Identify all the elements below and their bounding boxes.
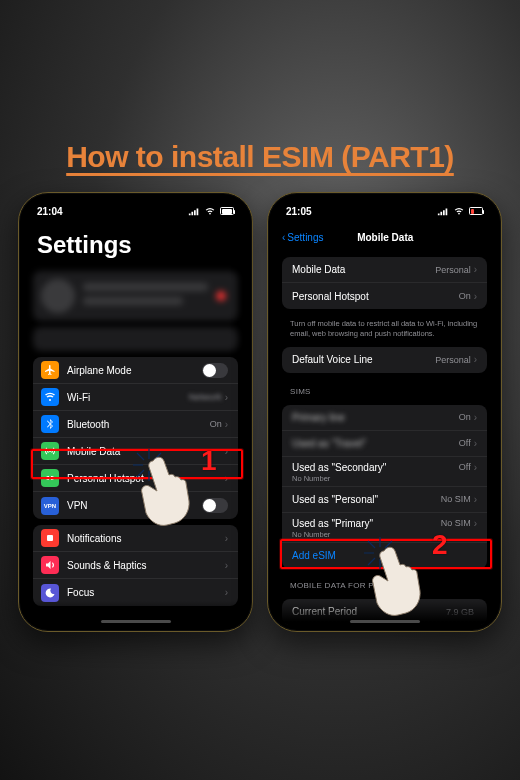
row-airplane-mode[interactable]: Airplane Mode: [33, 357, 238, 384]
row-sim-primary[interactable]: Used as "Primary" No SIM › No Number: [282, 513, 487, 543]
wifi-value: Network: [189, 392, 222, 402]
focus-icon: [41, 584, 59, 602]
status-time: 21:04: [37, 206, 63, 217]
chevron-icon: ›: [225, 473, 228, 484]
default-voice-label: Default Voice Line: [292, 354, 435, 365]
status-icons: [188, 206, 234, 216]
row-mobile-data[interactable]: Mobile Data Personal ›: [282, 257, 487, 283]
vpn-icon: VPN: [41, 497, 59, 515]
row-focus[interactable]: Focus ›: [33, 579, 238, 606]
row-default-voice[interactable]: Default Voice Line Personal ›: [282, 347, 487, 373]
airplane-icon: [41, 361, 59, 379]
sounds-label: Sounds & Haptics: [67, 560, 225, 571]
chevron-icon: ›: [225, 533, 228, 544]
sim3-value: No SIM: [441, 494, 471, 504]
home-indicator: [350, 620, 420, 623]
wifi-row-icon: [41, 388, 59, 406]
nav-title: Mobile Data: [283, 232, 487, 243]
row-sounds[interactable]: Sounds & Haptics ›: [33, 552, 238, 579]
sim2-label: Used as "Secondary": [292, 462, 459, 473]
notch: [91, 197, 181, 213]
screen-2: 21:05 ‹ Settings Mobile Data Mobile Data…: [272, 197, 497, 627]
phone-frame-1: 21:04 Settings Airplane Mode: [18, 192, 253, 632]
sims-header: SIMs: [272, 379, 497, 399]
signal-icon: [188, 206, 200, 216]
sim4-sub: No Number: [292, 530, 330, 539]
alerts-section: Notifications › Sounds & Haptics › Focus…: [33, 525, 238, 606]
chevron-icon: ›: [474, 354, 477, 365]
row-wifi[interactable]: Wi-Fi Network ›: [33, 384, 238, 411]
battery-icon: [469, 207, 483, 215]
notifications-label: Notifications: [67, 533, 225, 544]
mobile-data-label: Mobile Data: [67, 446, 225, 457]
sim1-label: Used as "Travel": [292, 438, 459, 449]
bluetooth-label: Bluetooth: [67, 419, 210, 430]
data-section: Mobile Data Personal › Personal Hotspot …: [282, 257, 487, 309]
signal-icon: [437, 206, 449, 216]
bluetooth-value: On: [210, 419, 222, 429]
current-period-value: 7.9 GB: [446, 607, 474, 617]
sims-section: Primary line On › Used as "Travel" Off ›…: [282, 405, 487, 569]
footnote-text: Turn off mobile data to restrict all dat…: [272, 315, 497, 339]
redacted-row[interactable]: [33, 327, 238, 351]
row-add-esim[interactable]: Add eSIM: [282, 543, 487, 569]
nav-bar: ‹ Settings Mobile Data: [272, 225, 497, 249]
chevron-icon: ›: [225, 587, 228, 598]
wifi-label: Wi-Fi: [67, 392, 189, 403]
connectivity-section: Airplane Mode Wi-Fi Network › Bluetooth …: [33, 357, 238, 519]
row-vpn[interactable]: VPN VPN: [33, 492, 238, 519]
home-indicator: [101, 620, 171, 623]
vpn-label: VPN: [67, 500, 202, 511]
sim4-label: Used as "Primary": [292, 518, 441, 529]
notifications-icon: [41, 529, 59, 547]
notch: [340, 197, 430, 213]
profile-card-redacted[interactable]: [33, 271, 238, 321]
vpn-toggle[interactable]: [202, 498, 228, 513]
sim1-value: Off: [459, 438, 471, 448]
sim0-value: On: [459, 412, 471, 422]
airplane-toggle[interactable]: [202, 363, 228, 378]
chevron-icon: ›: [474, 462, 477, 473]
hotspot-label: Personal Hotspot: [67, 473, 225, 484]
mobile-data-value: Personal: [435, 265, 471, 275]
row-sim-redacted[interactable]: Primary line On ›: [282, 405, 487, 431]
row-sim-travel[interactable]: Used as "Travel" Off ›: [282, 431, 487, 457]
row-sim-personal[interactable]: Used as "Personal" No SIM ›: [282, 487, 487, 513]
chevron-icon: ›: [225, 419, 228, 430]
chevron-icon: ›: [474, 518, 477, 529]
sounds-icon: [41, 556, 59, 574]
bluetooth-icon: [41, 415, 59, 433]
sim2-sub: No Number: [292, 474, 330, 483]
current-period-label: Current Period: [292, 606, 446, 617]
chevron-icon: ›: [474, 412, 477, 423]
chevron-icon: ›: [225, 560, 228, 571]
hotspot-icon: [41, 469, 59, 487]
status-icons: [437, 206, 483, 216]
row-mobile-data[interactable]: Mobile Data ›: [33, 438, 238, 465]
usage-header: Mobile Data for Person: [272, 575, 497, 593]
battery-icon: [220, 207, 234, 215]
chevron-icon: ›: [474, 264, 477, 275]
svg-rect-0: [47, 535, 53, 541]
row-hotspot[interactable]: Personal Hotspot On ›: [282, 283, 487, 309]
status-time: 21:05: [286, 206, 312, 217]
sim4-value: No SIM: [441, 518, 471, 528]
voice-section: Default Voice Line Personal ›: [282, 347, 487, 373]
row-sim-secondary[interactable]: Used as "Secondary" Off › No Number: [282, 457, 487, 487]
phones-stage: 21:04 Settings Airplane Mode: [18, 192, 502, 632]
page-title: How to install ESIM (PART1): [0, 140, 520, 174]
airplane-label: Airplane Mode: [67, 365, 202, 376]
settings-heading: Settings: [23, 225, 248, 267]
chevron-icon: ›: [225, 446, 228, 457]
row-personal-hotspot[interactable]: Personal Hotspot ›: [33, 465, 238, 492]
sim2-value: Off: [459, 462, 471, 472]
row-bluetooth[interactable]: Bluetooth On ›: [33, 411, 238, 438]
chevron-icon: ›: [474, 438, 477, 449]
default-voice-value: Personal: [435, 355, 471, 365]
mobile-data-label: Mobile Data: [292, 264, 435, 275]
sim3-label: Used as "Personal": [292, 494, 441, 505]
chevron-icon: ›: [474, 494, 477, 505]
row-notifications[interactable]: Notifications ›: [33, 525, 238, 552]
sim-label-redacted: Primary line: [292, 412, 459, 423]
add-esim-label: Add eSIM: [292, 550, 477, 561]
